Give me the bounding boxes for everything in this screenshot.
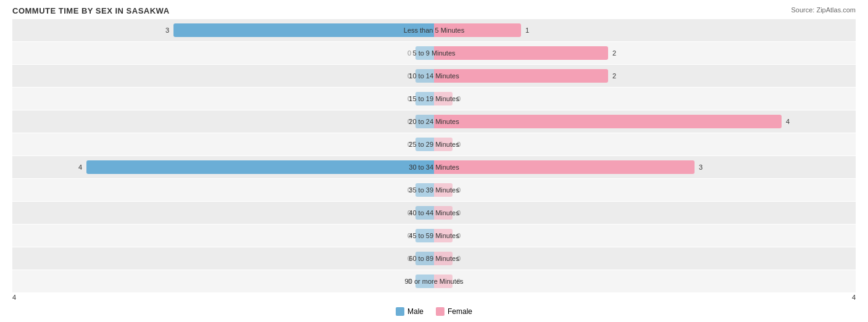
right-section: 0 [434, 247, 856, 270]
legend-female-box [436, 307, 444, 316]
female-value: 3 [697, 163, 703, 171]
left-section: 0 [12, 88, 434, 110]
legend-female-label: Female [448, 307, 472, 316]
row-label: 10 to 14 Minutes [409, 72, 459, 80]
row-label: 90 or more Minutes [405, 278, 464, 285]
row-label: 35 to 39 Minutes [409, 186, 459, 194]
bar-row: 0 45 to 59 Minutes 0 [12, 225, 856, 247]
left-section: 0 [12, 202, 434, 224]
left-section: 0 [12, 225, 434, 247]
bar-row: 0 40 to 44 Minutes 0 [12, 202, 856, 224]
left-section: 0 [12, 42, 434, 64]
chart-title: COMMUTE TIME BY SEX IN SASAKWA [12, 6, 856, 15]
left-section: 4 [12, 156, 434, 178]
right-section: 1 [434, 19, 856, 41]
axis-label-right: 4 [852, 294, 856, 301]
legend-male: Male [396, 307, 424, 316]
bar-row: 0 25 to 29 Minutes 0 [12, 133, 856, 155]
bar-row: 0 20 to 24 Minutes 4 [12, 110, 856, 133]
row-label: 30 to 34 Minutes [409, 163, 459, 171]
right-section: 4 [434, 110, 856, 133]
bar-row: 3 Less than 5 Minutes 1 [12, 19, 856, 41]
right-section: 2 [434, 42, 856, 64]
bar-row: 0 10 to 14 Minutes 2 [12, 65, 856, 87]
row-label: 5 to 9 Minutes [412, 49, 455, 57]
bar-row: 0 5 to 9 Minutes 2 [12, 42, 856, 64]
female-value: 4 [784, 118, 790, 125]
row-label: 45 to 59 Minutes [409, 232, 459, 239]
right-section: 0 [434, 133, 856, 155]
bar-row: 0 90 or more Minutes 0 [12, 270, 856, 292]
bar-female: 4 [434, 115, 782, 128]
right-section: 3 [434, 156, 856, 178]
row-label: 40 to 44 Minutes [409, 209, 459, 217]
chart-container: COMMUTE TIME BY SEX IN SASAKWA Source: Z… [0, 0, 868, 322]
male-value: 4 [78, 163, 84, 171]
legend-female: Female [436, 307, 472, 316]
row-label: 60 to 89 Minutes [409, 255, 459, 262]
chart-area: 3 Less than 5 Minutes 1 0 5 to 9 Minutes… [12, 19, 856, 292]
bar-male: 4 [86, 160, 434, 174]
bar-female: 3 [434, 160, 695, 174]
left-section: 0 [12, 247, 434, 270]
row-label: 25 to 29 Minutes [409, 141, 459, 148]
left-section: 0 [12, 110, 434, 133]
bar-female: 2 [434, 69, 608, 83]
left-section: 0 [12, 179, 434, 201]
bar-female: 2 [434, 46, 608, 60]
female-value: 1 [524, 27, 529, 34]
female-value: 2 [611, 72, 616, 80]
legend-male-box [396, 307, 404, 316]
bar-row: 0 60 to 89 Minutes 0 [12, 247, 856, 270]
left-section: 0 [12, 133, 434, 155]
male-value: 3 [165, 27, 171, 34]
right-section: 0 [434, 88, 856, 110]
axis-label-left: 4 [12, 294, 16, 301]
legend-male-label: Male [407, 307, 424, 316]
female-value: 2 [611, 49, 616, 57]
axis-labels: 4 4 [12, 294, 856, 303]
bar-male: 3 [173, 23, 434, 37]
bar-row: 0 15 to 19 Minutes 0 [12, 88, 856, 110]
right-section: 0 [434, 202, 856, 224]
right-section: 0 [434, 179, 856, 201]
left-section: 0 [12, 65, 434, 87]
source-text: Source: ZipAtlas.com [791, 6, 856, 14]
legend: Male Female [12, 307, 856, 316]
row-label: 20 to 24 Minutes [409, 118, 459, 125]
bar-row: 4 30 to 34 Minutes 3 [12, 156, 856, 178]
right-section: 0 [434, 225, 856, 247]
row-label: 15 to 19 Minutes [409, 95, 459, 102]
left-section: 0 [12, 270, 434, 292]
bar-row: 0 35 to 39 Minutes 0 [12, 179, 856, 201]
right-section: 2 [434, 65, 856, 87]
row-label: Less than 5 Minutes [404, 27, 464, 34]
right-section: 0 [434, 270, 856, 292]
left-section: 3 [12, 19, 434, 41]
